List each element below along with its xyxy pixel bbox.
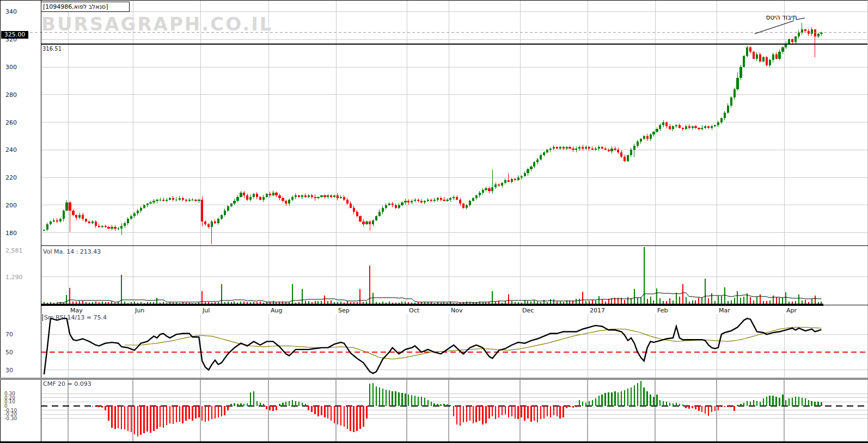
volume-bar — [418, 302, 419, 304]
cmf-bar — [379, 387, 380, 406]
price-axis-tick: 340 — [5, 8, 17, 15]
volume-bar — [337, 302, 338, 304]
chart-window: 3403203002802602402202001802,5811,290705… — [0, 0, 868, 443]
cmf-bar — [143, 406, 144, 433]
cmf-bar — [344, 406, 345, 427]
cmf-bar — [485, 406, 486, 423]
volume-bar — [530, 302, 531, 304]
volume-bar — [250, 302, 251, 304]
cmf-bar — [411, 395, 412, 406]
cmf-bar — [347, 406, 348, 429]
volume-bar — [205, 302, 206, 304]
volume-bar — [718, 296, 719, 304]
candle-body-up — [521, 176, 523, 178]
volume-bar — [666, 301, 667, 304]
cmf-bar — [234, 403, 235, 406]
cmf-bar — [469, 406, 470, 421]
cmf-bar — [802, 398, 803, 406]
volume-axis-tick: 2,581 — [5, 247, 23, 254]
volume-bar — [431, 302, 432, 304]
cmf-bar — [646, 391, 647, 406]
cmf-bar — [798, 397, 799, 406]
candle-body-up — [730, 97, 732, 106]
candle-body-down — [337, 195, 339, 198]
candle-body-up — [482, 190, 484, 193]
volume-bar — [176, 303, 177, 304]
candle-body-down — [620, 152, 622, 157]
candle-body-up — [714, 125, 716, 127]
cmf-bar — [640, 381, 641, 406]
volume-bar — [224, 302, 225, 304]
cmf-bar — [114, 406, 115, 429]
candle-body-down — [775, 54, 778, 59]
cmf-bar — [505, 406, 506, 414]
candle-body-down — [278, 195, 280, 198]
cmf-bar — [576, 406, 577, 407]
candle-body-down — [572, 149, 574, 150]
x-axis-month-label: Nov — [451, 307, 463, 314]
security-title: [1094986,אופל בלאנס] — [41, 2, 130, 12]
stock-chart-canvas[interactable]: 3403203002802602402202001802,5811,290705… — [0, 0, 868, 443]
cmf-bar — [572, 406, 573, 408]
cmf-bar — [589, 401, 590, 406]
candle-body-up — [530, 167, 532, 169]
cmf-bar — [124, 406, 125, 429]
volume-bar — [60, 302, 61, 304]
cmf-bar — [302, 403, 303, 406]
candle-body-up — [469, 201, 471, 205]
volume-bar — [295, 303, 296, 304]
cmf-bar — [553, 406, 554, 415]
x-axis-month-label: Sep — [338, 307, 350, 314]
candle-body-up — [711, 126, 713, 128]
candle-body-up — [746, 47, 748, 56]
candle-body-up — [739, 67, 742, 78]
candle-body-up — [566, 147, 568, 149]
cmf-bar — [201, 406, 203, 421]
rsi-axis-tick: 70 — [5, 331, 13, 338]
cmf-bar — [663, 401, 664, 406]
volume-bar — [408, 302, 409, 304]
volume-bar — [508, 294, 509, 304]
candle-body-down — [85, 219, 87, 222]
volume-bar — [640, 297, 641, 304]
price-axis-tick: 200 — [5, 202, 17, 209]
candle-body-up — [111, 227, 113, 229]
volume-bar — [331, 300, 332, 304]
candle-body-up — [540, 155, 542, 159]
volume-bar — [618, 298, 619, 304]
volume-bar — [150, 302, 151, 304]
candle-body-down — [162, 200, 164, 201]
volume-bar — [753, 300, 754, 304]
candle-body-down — [407, 201, 409, 202]
candle-body-up — [479, 193, 481, 195]
cmf-bar — [637, 383, 638, 406]
volume-bar — [344, 303, 345, 304]
volume-bar — [179, 303, 180, 304]
volume-axis-tick: 1,290 — [5, 274, 23, 281]
candle-body-down — [275, 193, 277, 195]
candle-body-down — [56, 220, 58, 222]
volume-bar — [215, 302, 216, 304]
volume-bar — [711, 293, 712, 304]
cmf-bar — [340, 406, 341, 426]
cmf-bar — [708, 406, 709, 416]
candle-body-up — [130, 216, 132, 219]
volume-bar — [240, 302, 241, 304]
cmf-bar — [431, 402, 432, 406]
candle-body-up — [433, 200, 436, 201]
price-axis-tick: 260 — [5, 119, 17, 126]
candle-body-down — [759, 54, 761, 61]
volume-bar — [315, 301, 316, 304]
volume-bar — [137, 303, 138, 304]
cmf-bar — [695, 406, 696, 409]
volume-bar — [47, 303, 48, 304]
volume-bar — [134, 302, 135, 304]
cmf-bar — [766, 397, 767, 406]
volume-bar — [50, 302, 51, 304]
volume-bar — [111, 302, 112, 304]
cmf-bar — [595, 398, 596, 406]
candle-body-up — [372, 220, 374, 225]
candle-body-down — [569, 147, 571, 149]
price-axis-tick: 180 — [5, 230, 17, 237]
cmf-bar — [750, 402, 751, 406]
